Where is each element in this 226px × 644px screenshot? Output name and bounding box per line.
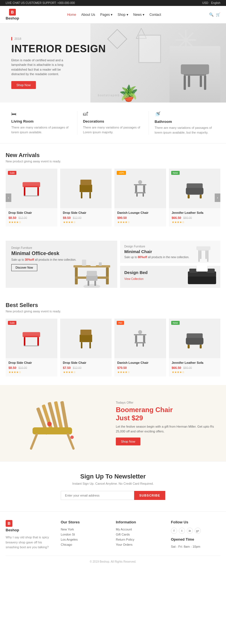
best-sellers-section: Best Sellers New product giving away eve… xyxy=(0,293,226,385)
footer-follow-col: Follow Us f t in g+ Opened Time Sat - Fr… xyxy=(171,520,220,550)
product-card: Drop Side Chair $9.50 $12.00 ★★★★☆ xyxy=(60,169,112,227)
hero-description: Ekton is made of certified wood and a la… xyxy=(11,58,73,77)
product-price: $9.50 xyxy=(63,216,71,219)
newsletter-subscribe-button[interactable]: SUBSCRIBE xyxy=(134,491,165,500)
svg-rect-65 xyxy=(135,342,146,343)
product-price-row: $8.50 $12.00 xyxy=(8,216,55,220)
product-price: $7.50 xyxy=(63,366,71,369)
svg-rect-2 xyxy=(181,64,209,74)
svg-rect-45 xyxy=(188,276,216,284)
linkedin-icon[interactable]: in xyxy=(187,528,193,534)
facebook-icon[interactable]: f xyxy=(171,528,177,534)
hero-plant: 🪴 xyxy=(119,84,138,103)
googleplus-icon[interactable]: g+ xyxy=(195,528,201,534)
footer-link-gift-cards[interactable]: Gift Cards xyxy=(116,533,165,536)
top-bar: LIVE CHAT US CUSTOMER SUPPORT: +000-000-… xyxy=(0,0,226,6)
product-old-price: $80.00 xyxy=(183,366,192,369)
product-info: Jennifer Leather Sofa $66.50 $80.00 ★★★★… xyxy=(169,208,221,227)
product-old-price: $10.00 xyxy=(18,366,27,369)
footer-store-london[interactable]: London St xyxy=(61,533,110,536)
bath-icon: 🚿 xyxy=(155,111,215,117)
product-info: Drop Side Chair $7.50 $12.00 ★★★★☆ xyxy=(60,358,112,377)
svg-rect-25 xyxy=(188,195,190,198)
feature-bathroom-title: Bathroom xyxy=(155,119,215,124)
nav-shop[interactable]: Shop ▾ xyxy=(118,13,128,17)
twitter-icon[interactable]: t xyxy=(179,528,185,534)
chair-promo-description: Let the festive season begin with a gift… xyxy=(116,424,220,434)
newsletter-title: Sign Up To Newsletter xyxy=(6,473,220,480)
main-nav: Home About Us Pages ▾ Shop ▾ News ▾ Cont… xyxy=(67,13,161,17)
top-bar-right: USD English xyxy=(202,1,220,5)
language-selector[interactable]: English xyxy=(211,1,220,5)
chair-promo-cta-button[interactable]: Shop Now xyxy=(116,438,140,445)
svg-rect-13 xyxy=(80,180,91,185)
feature-living-room-title: Living Room xyxy=(11,119,71,123)
nav-pages[interactable]: Pages ▾ xyxy=(100,13,112,17)
product-info: Drop Side Chair $8.50 $12.00 ★★★★☆ xyxy=(6,208,57,227)
nav-home[interactable]: Home xyxy=(67,13,76,17)
footer-link-your-orders[interactable]: Your Orders xyxy=(116,543,165,546)
newsletter-email-input[interactable] xyxy=(61,491,134,500)
svg-rect-12 xyxy=(80,185,92,192)
product-price: $90.50 xyxy=(117,216,127,219)
product-price-row: $7.50 $12.00 xyxy=(63,365,109,370)
logo[interactable]: B Beshop xyxy=(6,9,19,20)
product-price-row: $8.50 $10.00 xyxy=(8,365,55,370)
footer-opened-time-title: Opened Time xyxy=(171,537,220,541)
carousel-prev-button[interactable]: ‹ xyxy=(6,193,11,202)
chair-promo-image-area xyxy=(6,393,110,453)
bed-icon: 🛏 xyxy=(11,111,71,117)
product-badge: -40% xyxy=(117,171,126,175)
svg-rect-62 xyxy=(143,335,145,343)
currency-selector[interactable]: USD xyxy=(202,1,208,5)
svg-point-59 xyxy=(138,330,142,334)
promo-bottom-right-banner: Design Bed View Collection xyxy=(120,266,220,288)
best-sellers-grid: Sale Drop Side Chair $8.50 $10.00 ★★★★☆ xyxy=(6,319,220,377)
svg-rect-20 xyxy=(136,193,138,197)
nav-news[interactable]: News ▾ xyxy=(133,13,144,17)
footer-link-return-policy[interactable]: Return Policy xyxy=(116,538,165,541)
product-card: Sale Drop Side Chair $8.50 $12.00 ★★★★☆ xyxy=(6,169,57,227)
today-offer-label: Todays Offer xyxy=(116,401,220,404)
footer-opened-hours: Sat - Fri: 8am - 10pm xyxy=(171,545,220,548)
product-old-price: $12.00 xyxy=(73,216,82,219)
carousel-next-button[interactable]: › xyxy=(215,193,220,202)
promo-left-sale: Sale up to 30%off all products in the ne… xyxy=(11,258,112,261)
footer-link-my-account[interactable]: My Account xyxy=(116,528,165,531)
new-arrivals-title: New Arrivals xyxy=(6,152,220,158)
footer-grid: B Beshop Why I say old shop that is spic… xyxy=(6,520,220,550)
product-name: Drop Side Chair xyxy=(8,211,55,214)
footer-store-new-york[interactable]: New York xyxy=(61,528,110,531)
svg-rect-17 xyxy=(134,184,146,185)
footer-follow-title: Follow Us xyxy=(171,520,220,524)
promo-bottom-link[interactable]: View Collection xyxy=(124,277,144,280)
footer-brand-col: B Beshop Why I say old shop that is spic… xyxy=(6,520,55,550)
new-arrivals-subtitle: New product giving away event is ready. xyxy=(6,160,220,163)
product-price-row: $66.50 $80.00 xyxy=(172,216,218,220)
product-old-price: $12.00 xyxy=(73,366,82,369)
header: B Beshop Home About Us Pages ▾ Shop ▾ Ne… xyxy=(0,6,226,23)
svg-line-76 xyxy=(31,434,37,449)
product-name: Drop Side Chair xyxy=(63,211,109,214)
cart-icon[interactable]: 🛒 xyxy=(216,12,220,17)
product-name: Jennifer Leather Sofa xyxy=(172,211,218,214)
promo-top-image xyxy=(189,243,218,263)
product-image xyxy=(60,319,112,358)
feature-decorations-desc: There are many variations of passages of… xyxy=(83,125,143,134)
svg-rect-15 xyxy=(89,192,91,198)
nav-about[interactable]: About Us xyxy=(81,13,95,17)
svg-rect-52 xyxy=(24,337,25,346)
footer-stores-col: Our Stores New York London St Los Angele… xyxy=(61,520,110,550)
footer-description: Why I say old shop that is spicy breaver… xyxy=(6,535,55,550)
promo-left-cta[interactable]: Discover Now xyxy=(11,264,37,271)
nav-contact[interactable]: Contact xyxy=(149,13,161,17)
footer-store-los-angeles[interactable]: Los Angeles xyxy=(61,538,110,541)
product-price: $8.50 xyxy=(8,216,16,219)
chair-promo-just: Just xyxy=(116,414,132,422)
footer-store-chicago[interactable]: Chicago xyxy=(61,543,110,546)
search-icon[interactable]: 🔍 xyxy=(209,12,214,17)
product-stars: ★★★★☆ xyxy=(172,221,218,224)
product-price-row: $9.50 $12.00 xyxy=(63,216,109,220)
product-price-row: $66.50 $80.00 xyxy=(172,365,218,370)
hero-cta-button[interactable]: Shop Now xyxy=(11,81,36,89)
